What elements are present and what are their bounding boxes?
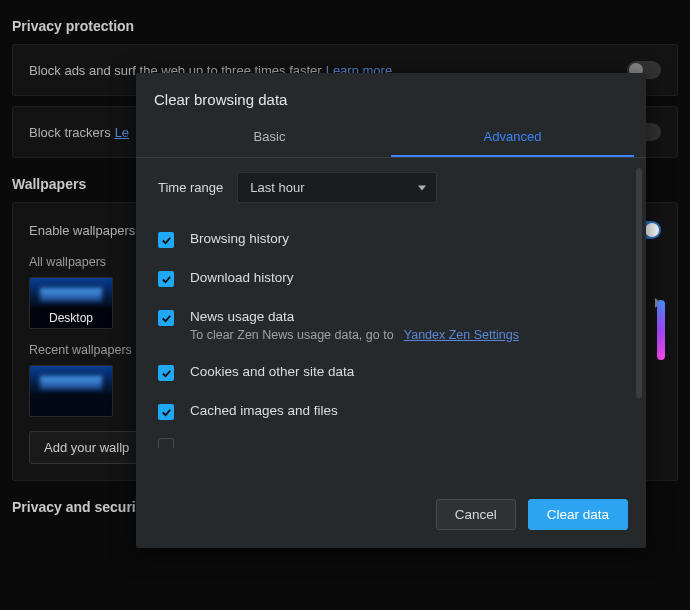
wallpaper-thumb-recent[interactable] bbox=[29, 365, 113, 417]
clear-browsing-data-dialog: Clear browsing data Basic Advanced Time … bbox=[136, 73, 646, 548]
tab-advanced[interactable]: Advanced bbox=[391, 120, 634, 157]
dialog-footer: Cancel Clear data bbox=[136, 487, 646, 548]
checkbox-cookies[interactable] bbox=[158, 365, 174, 381]
yandex-zen-settings-link[interactable]: Yandex Zen Settings bbox=[404, 328, 519, 342]
section-title-privacy-protection: Privacy protection bbox=[12, 10, 678, 44]
block-trackers-label: Block trackers bbox=[29, 125, 111, 140]
time-range-value: Last hour bbox=[250, 180, 304, 195]
wallpaper-thumb-label: Desktop bbox=[30, 308, 112, 328]
cancel-button[interactable]: Cancel bbox=[436, 499, 516, 530]
add-wallpaper-button[interactable]: Add your wallp bbox=[29, 431, 144, 464]
wallpaper-accent-strip bbox=[657, 300, 665, 360]
checkbox-cache[interactable] bbox=[158, 404, 174, 420]
item-cookies-label: Cookies and other site data bbox=[190, 364, 354, 379]
tab-basic[interactable]: Basic bbox=[148, 120, 391, 157]
checkbox-next-partial[interactable] bbox=[158, 438, 174, 449]
checkbox-news-usage[interactable] bbox=[158, 310, 174, 326]
chevron-down-icon bbox=[418, 185, 426, 190]
dialog-scrollbar[interactable] bbox=[636, 168, 642, 398]
time-range-select[interactable]: Last hour bbox=[237, 172, 437, 203]
dialog-title: Clear browsing data bbox=[136, 73, 646, 120]
checkbox-download-history[interactable] bbox=[158, 271, 174, 287]
clear-data-button[interactable]: Clear data bbox=[528, 499, 628, 530]
item-news-usage-sub: To clear Zen News usage data, go to bbox=[190, 328, 394, 342]
wallpaper-thumb-desktop[interactable]: Desktop bbox=[29, 277, 113, 329]
dialog-tabs: Basic Advanced bbox=[136, 120, 646, 158]
checkbox-browsing-history[interactable] bbox=[158, 232, 174, 248]
item-browsing-history-label: Browsing history bbox=[190, 231, 289, 246]
item-cache-label: Cached images and files bbox=[190, 403, 338, 418]
item-news-usage-label: News usage data bbox=[190, 309, 519, 324]
partial-next-row bbox=[158, 432, 624, 448]
time-range-label: Time range bbox=[158, 180, 223, 195]
item-download-history-label: Download history bbox=[190, 270, 294, 285]
dialog-body: Time range Last hour Browsing history Do… bbox=[136, 158, 646, 487]
enable-wallpapers-label: Enable wallpapers bbox=[29, 223, 135, 238]
block-trackers-learn-more-link[interactable]: Le bbox=[115, 125, 129, 140]
